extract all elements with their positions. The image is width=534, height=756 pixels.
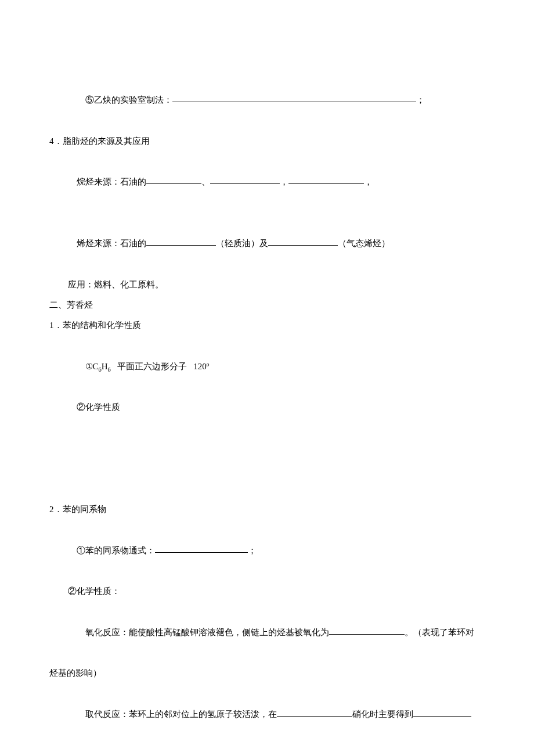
substitution-line1: 取代反应：苯环上的邻对位上的氢原子较活泼，在硝化时主要得到 [49, 684, 485, 746]
section-4-title: 4．脂肪烃的来源及其应用 [49, 131, 485, 152]
blank [277, 707, 352, 717]
homologue-chem-label: ②化学性质： [49, 581, 485, 602]
text: 平面正六边形分子 120º [111, 362, 210, 371]
alkane-source: 烷烃来源：石油的、，， [49, 152, 485, 213]
text: 二、芳香烃 [49, 300, 93, 309]
text: ⑤乙炔的实验室制法： [85, 95, 172, 105]
blank-space [49, 438, 485, 459]
text: ②化学性质 [77, 402, 120, 412]
text: ①C [85, 362, 99, 371]
text: 应用：燃料、化工原料。 [68, 280, 164, 289]
blank [172, 93, 416, 102]
substitution-line2: 取代产物，加热条件下得到取代产物。（表现侧链对苯环的影响） [49, 745, 485, 756]
homologue-formula: ①苯的同系物通式：； [49, 520, 485, 582]
text: （轻质油）及 [216, 239, 268, 248]
blank [329, 625, 405, 635]
blank [155, 543, 248, 553]
blank [210, 175, 280, 184]
benzene-title: 1．苯的结构和化学性质 [49, 315, 485, 336]
oxidation-line2: 烃基的影响） [49, 663, 485, 683]
heading-2: 二、芳香烃 [49, 295, 485, 315]
text: 1．苯的结构和化学性质 [49, 321, 141, 330]
text: 烷烃来源：石油的 [77, 177, 146, 186]
text: 。（表现了苯环对 [405, 628, 474, 637]
text: （气态烯烃） [338, 239, 390, 248]
blank [288, 175, 364, 184]
blank [268, 236, 338, 246]
sep: 、 [201, 177, 210, 186]
text: ； [248, 546, 257, 555]
text: ②化学性质： [68, 586, 120, 596]
sep: ， [364, 177, 373, 186]
oxidation-line1: 氧化反应：能使酸性高锰酸钾溶液褪色，侧链上的烃基被氧化为。（表现了苯环对 [49, 602, 485, 664]
text: 氧化反应：能使酸性高锰酸钾溶液褪色，侧链上的烃基被氧化为 [85, 628, 329, 637]
text: 2．苯的同系物 [49, 505, 106, 514]
homologue-title: 2．苯的同系物 [49, 499, 485, 520]
text: 烯烃来源：石油的 [77, 239, 146, 248]
application: 应用：燃料、化工原料。 [49, 275, 485, 295]
alkene-source: 烯烃来源：石油的（轻质油）及（气态烯烃） [49, 213, 485, 275]
document-page: ⑤乙炔的实验室制法：； 4．脂肪烃的来源及其应用 烷烃来源：石油的、，， 烯烃来… [0, 0, 534, 756]
blank-space [49, 417, 485, 438]
text: H [102, 362, 108, 371]
blank [413, 707, 471, 717]
text: ； [416, 95, 425, 105]
text: 取代反应：苯环上的邻对位上的氢原子较活泼，在 [85, 710, 277, 719]
text: 4．脂肪烃的来源及其应用 [49, 136, 150, 146]
benzene-structure: ①C6H6 平面正六边形分子 120º [49, 336, 485, 397]
sep: ， [280, 177, 288, 186]
benzene-chem-props: ②化学性质 [49, 397, 485, 417]
blank [146, 236, 216, 246]
blank [146, 175, 201, 184]
text: 硝化时主要得到 [352, 710, 413, 719]
blank-space [49, 459, 485, 479]
text: ①苯的同系物通式： [77, 546, 155, 555]
item-5-acetylyne-lab: ⑤乙炔的实验室制法：； [49, 70, 485, 131]
blank-space [49, 479, 485, 499]
text: 烃基的影响） [49, 668, 102, 678]
